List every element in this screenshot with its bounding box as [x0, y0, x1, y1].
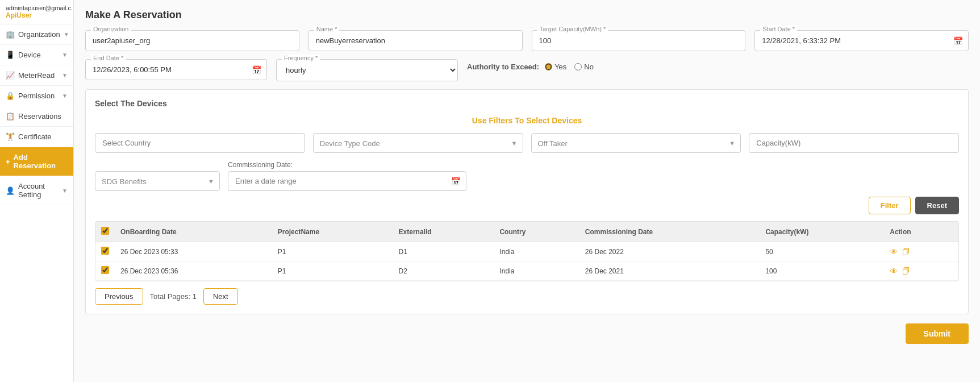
reservation-icon: 📋	[6, 112, 15, 121]
main-content: Make A Reservation Organization Name * T…	[74, 0, 980, 382]
organization-field: Organization	[85, 30, 299, 51]
edit-icon[interactable]: 🗍	[902, 267, 910, 276]
commissioning-date-group: Commissioning Date: 📅	[228, 161, 466, 191]
authority-yes-radio[interactable]	[545, 63, 552, 70]
off-taker-field: Off Taker ▼	[531, 133, 741, 153]
submit-button[interactable]: Submit	[906, 323, 969, 344]
select-country-input[interactable]	[95, 133, 305, 153]
devices-section-title: Select The Devices	[95, 99, 959, 108]
chevron-down-icon: ▼	[62, 188, 68, 194]
end-date-field: End Date * 📅	[85, 59, 267, 80]
sidebar-item-label: Permission	[18, 92, 55, 100]
capacity-field	[749, 133, 959, 153]
sidebar-item-device[interactable]: 📱 Device ▼	[0, 45, 73, 65]
row-checkbox[interactable]	[101, 266, 109, 274]
cell-commissioning-date: 26 Dec 2021	[579, 261, 760, 281]
calendar-icon: 📅	[953, 36, 963, 45]
header-external-id: ExternalId	[393, 222, 494, 242]
select-all-checkbox[interactable]	[101, 227, 109, 235]
authority-radio-group: Yes No	[545, 63, 594, 71]
sidebar-user-info: admintapiuser@gmail.c... ApiUser	[0, 0, 73, 24]
chevron-down-icon: ▼	[64, 31, 69, 38]
device-type-field: Device Type Code ▼	[313, 133, 523, 153]
add-icon: +	[6, 157, 10, 166]
api-user-label: ApiUser	[6, 11, 68, 19]
filter-actions: Filter Reset	[95, 197, 959, 214]
filter-row-1: Device Type Code ▼ Off Taker ▼	[95, 133, 959, 153]
start-date-label: Start Date *	[760, 26, 797, 32]
reset-button[interactable]: Reset	[915, 197, 959, 214]
chevron-down-icon: ▼	[62, 72, 68, 78]
sidebar-item-label: Reservations	[18, 112, 61, 121]
row-checkbox-cell	[95, 261, 115, 281]
cell-external-id: D2	[393, 261, 494, 281]
sidebar-item-reservations[interactable]: 📋 Reservations	[0, 106, 73, 127]
name-input[interactable]	[308, 30, 523, 51]
next-button[interactable]: Next	[203, 288, 238, 305]
authority-no-label[interactable]: No	[574, 63, 594, 71]
target-capacity-field: Target Capacity(MWh) *	[532, 30, 746, 51]
devices-table: OnBoarding Date ProjectName ExternalId C…	[95, 222, 958, 281]
previous-button[interactable]: Previous	[95, 288, 143, 305]
start-date-field: Start Date * 📅	[754, 30, 969, 51]
cell-country: India	[494, 261, 579, 281]
name-label: Name *	[314, 26, 340, 32]
commissioning-date-input[interactable]	[228, 171, 466, 191]
row-checkbox[interactable]	[101, 247, 109, 255]
name-field: Name *	[308, 30, 523, 51]
cell-action: 👁 🗍	[884, 242, 958, 261]
view-icon[interactable]: 👁	[890, 247, 898, 256]
organization-label: Organization	[91, 26, 131, 32]
header-project-name: ProjectName	[272, 222, 393, 242]
chevron-down-icon: ▼	[62, 52, 68, 58]
sidebar-item-label: Device	[18, 51, 41, 59]
sidebar-item-label: Organization	[18, 30, 60, 39]
certificate-icon: 🏋	[6, 132, 15, 141]
filter-button[interactable]: Filter	[869, 197, 911, 214]
view-icon[interactable]: 👁	[890, 267, 898, 276]
target-capacity-label: Target Capacity(MWh) *	[537, 26, 608, 32]
sdg-benefits-select[interactable]	[95, 171, 220, 191]
meter-icon: 📈	[6, 71, 15, 80]
header-action: Action	[884, 222, 958, 242]
edit-icon[interactable]: 🗍	[902, 247, 910, 256]
building-icon: 🏢	[6, 30, 15, 39]
capacity-input[interactable]	[749, 133, 959, 153]
authority-yes-label[interactable]: Yes	[545, 63, 566, 71]
cell-external-id: D1	[393, 242, 494, 261]
authority-label: Authority to Exceed:	[467, 63, 539, 71]
target-capacity-input[interactable]	[532, 30, 746, 51]
table-body: 26 Dec 2023 05:33 P1 D1 India 26 Dec 202…	[95, 242, 958, 281]
cell-onboarding-date: 26 Dec 2023 05:36	[115, 261, 272, 281]
sidebar-item-account-setting[interactable]: 👤 Account Setting ▼	[0, 176, 73, 205]
pagination: Previous Total Pages: 1 Next	[95, 288, 959, 305]
sidebar-item-add-reservation[interactable]: + Add Reservation	[0, 147, 73, 176]
sidebar-item-permission[interactable]: 🔒 Permission ▼	[0, 86, 73, 106]
header-checkbox-cell	[95, 222, 115, 242]
filter-title: Use Filters To Select Devices	[95, 116, 959, 125]
form-row-1: Organization Name * Target Capacity(MWh)…	[85, 30, 969, 51]
organization-input[interactable]	[85, 30, 299, 51]
sidebar-item-organization[interactable]: 🏢 Organization ▼	[0, 24, 73, 45]
frequency-select[interactable]: hourly daily weekly	[276, 59, 458, 81]
calendar-icon: 📅	[252, 65, 261, 74]
end-date-input[interactable]	[85, 59, 267, 80]
off-taker-select[interactable]	[531, 133, 741, 153]
table-header-row: OnBoarding Date ProjectName ExternalId C…	[95, 222, 958, 242]
commissioning-date-input-wrapper: 📅	[228, 171, 466, 191]
sidebar-item-label: MeterRead	[18, 71, 55, 80]
user-email: admintapiuser@gmail.c...	[6, 5, 68, 11]
sidebar-item-certificate[interactable]: 🏋 Certificate	[0, 127, 73, 147]
header-capacity: Capacity(kW)	[760, 222, 884, 242]
sidebar-item-label: Certificate	[18, 132, 52, 141]
device-type-select[interactable]	[313, 133, 523, 153]
sidebar-item-meterread[interactable]: 📈 MeterRead ▼	[0, 65, 73, 86]
start-date-input[interactable]	[754, 30, 969, 51]
cell-country: India	[494, 242, 579, 261]
device-icon: 📱	[6, 51, 15, 59]
sidebar-item-label: Add Reservation	[14, 153, 68, 170]
header-country: Country	[494, 222, 579, 242]
authority-no-radio[interactable]	[574, 63, 582, 70]
cell-capacity: 50	[760, 242, 884, 261]
total-pages-label: Total Pages: 1	[150, 292, 197, 301]
